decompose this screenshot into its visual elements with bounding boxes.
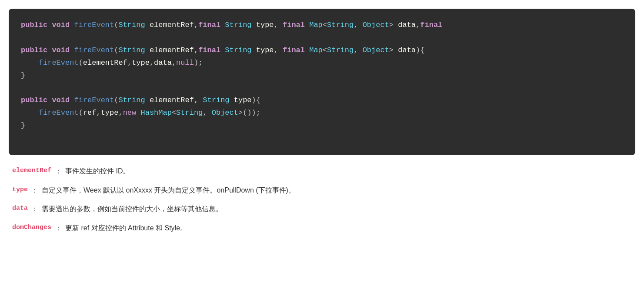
desc-text-type: 自定义事件，Weex 默认以 onXxxxx 开头为自定义事件。onPullDo… — [42, 185, 295, 196]
colon-0: ： — [55, 166, 62, 177]
desc-item-type: type ： 自定义事件，Weex 默认以 onXxxxx 开头为自定义事件。o… — [12, 185, 632, 196]
colon-1: ： — [31, 185, 38, 196]
colon-3: ： — [55, 223, 62, 234]
colon-2: ： — [31, 203, 38, 215]
code-block: public void fireEvent(String elementRef,… — [9, 9, 635, 155]
desc-item-data: data ： 需要透出的参数，例如当前控件的大小，坐标等其他信息。 — [12, 203, 632, 215]
desc-text-domchanges: 更新 ref 对应控件的 Attribute 和 Style。 — [65, 223, 187, 234]
code-line-3: public void fireEvent(String elementRef,… — [21, 46, 424, 80]
param-type: type — [12, 185, 28, 195]
code-line-1: public void fireEvent(String elementRef,… — [21, 21, 442, 29]
desc-item-elementref: elementRef ： 事件发生的控件 ID。 — [12, 166, 632, 177]
param-domchanges: domChanges — [12, 223, 51, 233]
param-elementref: elementRef — [12, 166, 51, 176]
param-data: data — [12, 203, 28, 214]
desc-text-data: 需要透出的参数，例如当前控件的大小，坐标等其他信息。 — [42, 203, 223, 215]
description-section: elementRef ： 事件发生的控件 ID。 type ： 自定义事件，We… — [0, 155, 644, 244]
desc-item-domchanges: domChanges ： 更新 ref 对应控件的 Attribute 和 St… — [12, 223, 632, 234]
code-line-7: public void fireEvent(String elementRef,… — [21, 96, 260, 130]
desc-text-elementref: 事件发生的控件 ID。 — [65, 166, 130, 177]
